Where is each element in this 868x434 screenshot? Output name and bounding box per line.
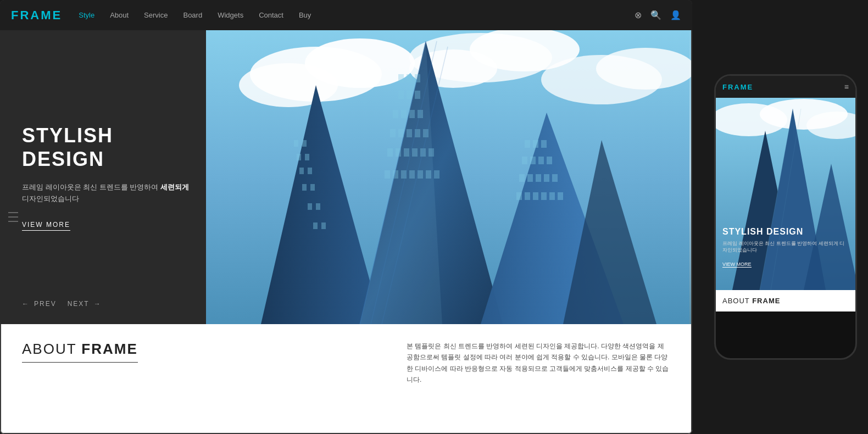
nav-items: Style About Service Board Widgets Contac… <box>79 11 635 19</box>
building-illustration <box>203 30 692 324</box>
svg-rect-24 <box>407 74 412 82</box>
svg-point-3 <box>239 63 338 107</box>
mobile-logo: FRAME <box>722 83 753 91</box>
svg-rect-60 <box>538 157 544 164</box>
search-icon[interactable]: 🔍 <box>650 10 661 20</box>
svg-rect-38 <box>387 148 393 157</box>
svg-rect-15 <box>308 168 312 174</box>
svg-rect-27 <box>407 91 412 99</box>
about-title-bold: FRAME <box>81 341 137 357</box>
mobile-menu-icon[interactable]: ≡ <box>844 82 849 91</box>
svg-rect-23 <box>398 74 404 82</box>
svg-rect-20 <box>313 222 318 229</box>
next-label: NEXT <box>68 300 90 308</box>
svg-rect-64 <box>536 174 541 182</box>
svg-rect-67 <box>516 192 522 200</box>
nav-service[interactable]: Service <box>144 11 168 19</box>
svg-point-8 <box>596 48 692 90</box>
about-section: ABOUT FRAME 본 템플릿은 최신 트렌드를 반영하여 세련된 디자인을… <box>0 324 692 434</box>
mobile-hero-content: STYLISH DESIGN 프레임 레이아웃은 최신 트렌드를 반영하여 세련… <box>722 227 849 268</box>
svg-rect-68 <box>525 192 530 200</box>
nav-board[interactable]: Board <box>183 11 202 19</box>
mobile-about-section: ABOUT FRAME <box>716 290 855 311</box>
nav-buy[interactable]: Buy <box>299 11 311 19</box>
nav-about[interactable]: About <box>110 11 129 19</box>
mobile-about-regular: ABOUT <box>722 297 752 305</box>
hero-title: STYLISH DESIGN <box>22 124 190 171</box>
svg-rect-61 <box>547 157 552 164</box>
sidebar-dot-2 <box>8 216 18 218</box>
svg-rect-34 <box>398 129 404 137</box>
svg-rect-44 <box>385 170 390 179</box>
svg-rect-26 <box>398 91 404 99</box>
hero-section: STYLISH DESIGN 프레임 레이아웃은 최신 트렌드를 반영하여 세련… <box>0 30 692 324</box>
mobile-hero-image: STYLISH DESIGN 프레임 레이아웃은 최신 트렌드를 반영하여 세련… <box>716 98 855 290</box>
svg-rect-30 <box>401 110 407 118</box>
svg-rect-13 <box>305 154 309 160</box>
laptop-screen: FRAME Style About Service Board Widgets … <box>0 0 692 434</box>
about-title: ABOUT FRAME <box>22 341 138 363</box>
view-more-button[interactable]: VIEW MORE <box>22 221 70 231</box>
mobile-frame: FRAME ≡ <box>714 74 857 360</box>
svg-rect-57 <box>541 140 547 148</box>
svg-rect-21 <box>321 222 326 229</box>
arrow-left-icon <box>22 300 30 308</box>
svg-rect-56 <box>533 140 538 148</box>
svg-rect-17 <box>310 184 315 191</box>
user-icon[interactable]: 👤 <box>670 10 681 20</box>
hero-image <box>203 30 692 324</box>
next-button[interactable]: NEXT <box>68 300 102 308</box>
sidebar-dot-3 <box>8 221 18 222</box>
hero-subtitle: 프레임 레이아웃은 최신 트렌드를 반영하여 세련되게 디자인되었습니다 <box>22 182 190 205</box>
svg-rect-62 <box>519 174 525 182</box>
svg-rect-55 <box>525 140 530 148</box>
nav-style[interactable]: Style <box>79 11 94 19</box>
mobile-hero-title: STYLISH DESIGN <box>722 227 849 237</box>
hero-left-panel: STYLISH DESIGN 프레임 레이아웃은 최신 트렌드를 반영하여 세련… <box>0 30 206 324</box>
svg-rect-12 <box>297 154 301 160</box>
svg-rect-29 <box>393 110 398 118</box>
sidebar-nav <box>8 212 18 222</box>
svg-rect-65 <box>544 174 549 182</box>
svg-rect-18 <box>308 203 312 210</box>
svg-rect-10 <box>294 140 298 147</box>
main-nav: FRAME Style About Service Board Widgets … <box>0 0 692 30</box>
mobile-view-more-button[interactable]: VIEW MORE <box>722 261 752 268</box>
nav-contact[interactable]: Contact <box>259 11 283 19</box>
mobile-about-bold: FRAME <box>752 297 780 305</box>
nav-right-icons: ⊗ 🔍 👤 <box>635 10 681 20</box>
svg-rect-58 <box>522 157 527 164</box>
svg-rect-72 <box>558 192 563 200</box>
arrow-right-icon <box>94 300 102 308</box>
svg-rect-66 <box>552 174 558 182</box>
mobile-about-title: ABOUT FRAME <box>722 297 849 305</box>
about-title-regular: ABOUT <box>22 341 81 357</box>
svg-rect-19 <box>316 203 320 210</box>
prev-label: PREV <box>34 300 57 308</box>
svg-rect-14 <box>299 168 304 174</box>
about-text-block: 본 템플릿은 최신 트렌드를 반영하여 세련된 디자인을 제공합니다. 다양한 … <box>407 341 670 386</box>
mobile-hero-subtitle: 프레임 레이아웃은 최신 트렌드를 반영하여 세련되게 디자인되었습니다 <box>722 240 849 254</box>
svg-rect-63 <box>527 174 533 182</box>
about-description: 본 템플릿은 최신 트렌드를 반영하여 세련된 디자인을 제공합니다. 다양한 … <box>407 341 670 386</box>
hero-subtitle-highlight: 세련되게 <box>160 183 189 191</box>
hero-navigation: PREV NEXT <box>22 300 102 308</box>
svg-rect-69 <box>533 192 538 200</box>
svg-rect-33 <box>390 129 396 137</box>
logo[interactable]: FRAME <box>11 8 62 23</box>
sidebar-dot-1 <box>8 212 18 213</box>
svg-rect-70 <box>541 192 547 200</box>
mobile-nav: FRAME ≡ <box>716 76 855 98</box>
svg-rect-50 <box>434 170 439 179</box>
svg-rect-11 <box>302 140 307 147</box>
nav-widgets[interactable]: Widgets <box>218 11 243 19</box>
svg-rect-71 <box>549 192 555 200</box>
prev-button[interactable]: PREV <box>22 300 57 308</box>
svg-rect-16 <box>302 184 307 191</box>
close-icon[interactable]: ⊗ <box>635 10 642 20</box>
mobile-device-wrapper: FRAME ≡ <box>714 74 857 360</box>
svg-rect-59 <box>530 157 536 164</box>
